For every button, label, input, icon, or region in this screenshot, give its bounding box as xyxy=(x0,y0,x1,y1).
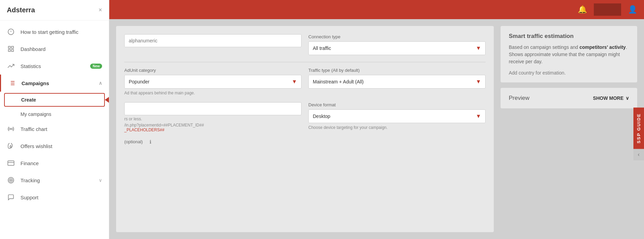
sidebar-item-label-campaigns: Campaigns xyxy=(22,80,96,86)
sidebar-item-campaigns[interactable]: Campaigns ∧ xyxy=(0,75,109,92)
sidebar-item-label-tracking: Tracking xyxy=(20,177,96,183)
create-arrow xyxy=(105,95,109,105)
traffic-type-col: Traffic type (All by default) Mainstream… xyxy=(308,68,486,89)
preview-title: Preview xyxy=(509,95,529,102)
svg-point-13 xyxy=(10,128,11,129)
sidebar-item-create[interactable]: Create xyxy=(4,93,105,107)
sidebar-item-label-offers-wishlist: Offers wishlist xyxy=(20,143,102,149)
sidebar: Adsterra × How to start getting traffic … xyxy=(0,0,109,239)
credit-card-icon xyxy=(7,159,15,167)
sidebar-item-offers-wishlist[interactable]: Offers wishlist xyxy=(0,137,109,155)
sidebar-nav: How to start getting traffic Dashboard S… xyxy=(0,21,109,239)
sidebar-logo: Adsterra xyxy=(7,6,35,14)
svg-rect-6 xyxy=(12,50,14,52)
message-circle-icon xyxy=(7,193,15,201)
ssp-guide-container: SSP GUIDE ‹ xyxy=(633,108,644,161)
form-panel: Connection type All traffic ▼ AdUnit cat… xyxy=(116,26,494,232)
sidebar-item-label-traffic-chart: Traffic chart xyxy=(20,126,102,132)
sidebar-item-traffic-chart[interactable]: Traffic chart xyxy=(0,120,109,137)
campaigns-chevron-icon: ∧ xyxy=(99,80,102,86)
traffic-type-arrow-icon: ▼ xyxy=(476,79,481,85)
notification-icon[interactable]: 🔔 xyxy=(578,5,587,14)
adunit-hint: Ad that appears behind the main page. xyxy=(124,91,302,95)
show-more-button[interactable]: SHOW MORE ∨ xyxy=(593,95,629,101)
ssp-guide-chevron[interactable]: ‹ xyxy=(633,149,644,160)
ssp-guide-tab[interactable]: SSP GUIDE xyxy=(633,108,644,149)
traffic-type-label: Traffic type (All by default) xyxy=(308,68,486,73)
form-divider-1 xyxy=(124,62,486,62)
sidebar-close-button[interactable]: × xyxy=(98,6,102,14)
smart-estimation-note: Add country for estimation. xyxy=(509,70,629,76)
sidebar-item-dashboard[interactable]: Dashboard xyxy=(0,40,109,57)
connection-type-value: All traffic xyxy=(313,45,331,51)
device-format-value: Desktop xyxy=(313,114,330,119)
traffic-type-value: Mainstream + Adult (All) xyxy=(313,79,364,84)
url-input[interactable] xyxy=(124,102,302,115)
sidebar-item-finance[interactable]: Finance xyxy=(0,155,109,172)
device-format-select[interactable]: Desktop ▼ xyxy=(308,109,486,123)
adunit-col: AdUnit category Popunder ▼ Ad that appea… xyxy=(124,68,302,95)
smart-estimation-text-before: Based on campaign settings and xyxy=(509,44,579,50)
sidebar-item-label-finance: Finance xyxy=(20,160,102,166)
connection-type-select[interactable]: All traffic ▼ xyxy=(308,41,486,55)
smart-estimation-card: Smart traffic estimation Based on campai… xyxy=(501,26,637,82)
sidebar-item-label-statistics: Statistics xyxy=(20,63,87,69)
svg-rect-3 xyxy=(9,47,11,49)
sidebar-item-label-dashboard: Dashboard xyxy=(20,46,102,52)
sidebar-item-tracking[interactable]: Tracking ∨ xyxy=(0,172,109,189)
svg-point-18 xyxy=(10,180,11,181)
sidebar-item-label-create: Create xyxy=(21,97,36,103)
alphanumeric-col xyxy=(124,34,302,47)
show-more-chevron-icon: ∨ xyxy=(626,95,629,101)
trending-up-icon xyxy=(7,62,15,70)
sidebar-item-label-how-to-start: How to start getting traffic xyxy=(20,29,102,35)
device-format-arrow-icon: ▼ xyxy=(476,113,481,119)
form-row-3: rs or less. /in.php?placementid=##PLACEM… xyxy=(124,102,486,132)
sidebar-item-statistics[interactable]: Statistics New xyxy=(0,57,109,75)
show-more-label: SHOW MORE xyxy=(593,95,624,101)
right-panel: Smart traffic estimation Based on campai… xyxy=(501,26,637,232)
optional-row: (optional) ℹ xyxy=(124,139,486,146)
top-bar-button[interactable] xyxy=(594,3,621,16)
sidebar-item-label-support: Support xyxy=(20,195,102,200)
url-hint-text: rs or less. xyxy=(124,117,302,121)
form-row-2: AdUnit category Popunder ▼ Ad that appea… xyxy=(124,68,486,95)
target-icon xyxy=(7,176,15,184)
adunit-category-select[interactable]: Popunder ▼ xyxy=(124,75,302,89)
optional-label: (optional) xyxy=(124,139,143,144)
tracking-chevron-icon: ∨ xyxy=(99,177,102,183)
preview-card: Preview SHOW MORE ∨ xyxy=(501,88,637,108)
main-content: 🔔 👤 Connection type All traffic ▼ xyxy=(109,0,644,239)
list-icon xyxy=(8,79,16,87)
adunit-category-value: Popunder xyxy=(129,79,150,84)
device-format-col: Device format Desktop ▼ Choose device ta… xyxy=(308,102,486,130)
adunit-category-label: AdUnit category xyxy=(124,68,302,73)
connection-type-label: Connection type xyxy=(308,34,486,39)
top-bar: 🔔 👤 xyxy=(109,0,644,19)
sidebar-item-label-my-campaigns: My campaigns xyxy=(20,111,51,117)
sidebar-item-how-to-start[interactable]: How to start getting traffic xyxy=(0,23,109,40)
url-col: rs or less. /in.php?placementid=##PLACEM… xyxy=(124,102,302,132)
connection-type-arrow-icon: ▼ xyxy=(476,45,481,51)
device-hint: Choose device targeting for your campaig… xyxy=(308,125,486,130)
info-icon: ℹ xyxy=(150,139,151,145)
sidebar-header: Adsterra × xyxy=(0,0,109,21)
url-placeholders: _PLACEHOLDERS## xyxy=(124,128,302,132)
alert-circle-icon xyxy=(7,28,15,36)
device-format-label: Device format xyxy=(308,102,486,107)
svg-rect-4 xyxy=(12,47,14,49)
svg-rect-14 xyxy=(8,161,14,165)
smart-estimation-title: Smart traffic estimation xyxy=(509,33,629,40)
traffic-type-select[interactable]: Mainstream + Adult (All) ▼ xyxy=(308,75,486,89)
sidebar-item-support[interactable]: Support xyxy=(0,189,109,206)
svg-point-17 xyxy=(9,178,13,182)
statistics-new-badge: New xyxy=(90,64,102,69)
alphanumeric-input[interactable] xyxy=(124,34,302,47)
content-area: Connection type All traffic ▼ AdUnit cat… xyxy=(109,19,644,239)
flame-icon xyxy=(7,142,15,150)
smart-estimation-bold: competitors' activity xyxy=(579,44,626,50)
connection-type-col: Connection type All traffic ▼ xyxy=(308,34,486,55)
sidebar-item-my-campaigns[interactable]: My campaigns xyxy=(0,108,109,120)
adunit-arrow-icon: ▼ xyxy=(292,79,297,85)
user-icon[interactable]: 👤 xyxy=(628,5,637,14)
